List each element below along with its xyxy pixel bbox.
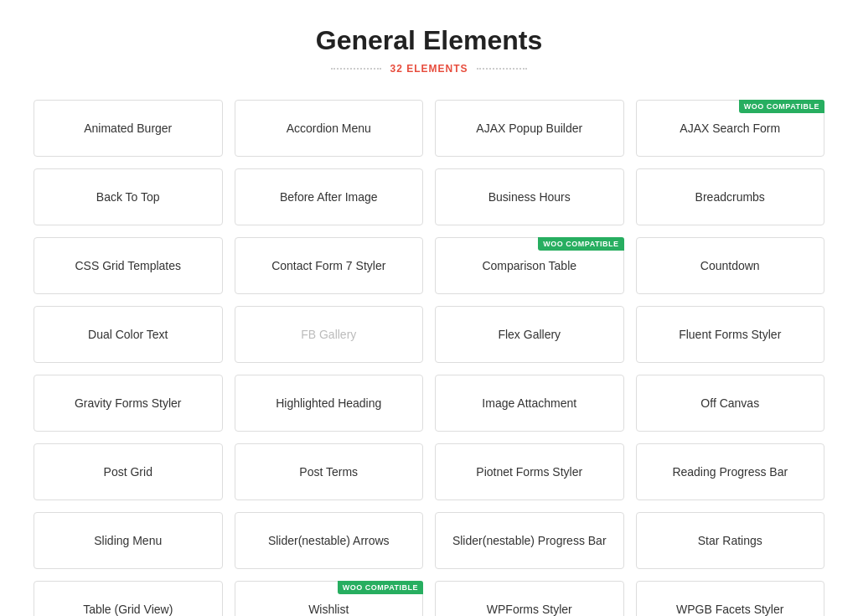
card-label-wishlist: Wishlist [308, 603, 349, 616]
card-wpgb-facets-styler[interactable]: WPGB Facets Styler [636, 581, 825, 616]
card-highlighted-heading[interactable]: Highlighted Heading [235, 375, 424, 432]
card-label-dual-color-text: Dual Color Text [88, 328, 168, 341]
card-label-post-terms: Post Terms [299, 465, 358, 479]
page-title: General Elements [34, 25, 824, 56]
card-label-piotnet-forms-styler: Piotnet Forms Styler [476, 465, 582, 479]
card-table-grid-view[interactable]: Table (Grid View) [34, 581, 223, 616]
card-label-breadcrumbs: Breadcrumbs [695, 190, 765, 204]
card-flex-gallery[interactable]: Flex Gallery [435, 306, 624, 363]
card-ajax-popup-builder[interactable]: AJAX Popup Builder [435, 100, 624, 157]
card-animated-burger[interactable]: Animated Burger [34, 100, 223, 157]
card-label-accordion-menu: Accordion Menu [287, 122, 371, 135]
card-label-wpgb-facets-styler: WPGB Facets Styler [676, 603, 783, 616]
card-before-after-image[interactable]: Before After Image [235, 168, 424, 225]
card-label-contact-form-7-styler: Contact Form 7 Styler [271, 259, 385, 272]
card-reading-progress-bar[interactable]: Reading Progress Bar [636, 443, 825, 500]
subtitle-row: 32 ELEMENTS [34, 63, 824, 75]
woo-badge-comparison-table: WOO COMPATIBLE [538, 237, 623, 251]
card-label-flex-gallery: Flex Gallery [498, 328, 561, 341]
card-countdown[interactable]: Countdown [636, 237, 825, 294]
woo-badge-ajax-search-form: WOO COMPATIBLE [739, 100, 824, 113]
page-header: General Elements 32 ELEMENTS [34, 25, 824, 75]
card-sliding-menu[interactable]: Sliding Menu [34, 512, 223, 569]
card-label-before-after-image: Before After Image [280, 190, 378, 204]
card-breadcrumbs[interactable]: Breadcrumbs [636, 168, 825, 225]
card-label-table-grid-view: Table (Grid View) [83, 603, 173, 616]
card-label-reading-progress-bar: Reading Progress Bar [672, 465, 788, 479]
card-slider-nestable-progress-bar[interactable]: Slider(nestable) Progress Bar [435, 512, 624, 569]
card-label-css-grid-templates: CSS Grid Templates [75, 259, 181, 272]
card-label-fluent-forms-styler: Fluent Forms Styler [679, 328, 781, 341]
card-label-business-hours: Business Hours [488, 190, 571, 204]
card-fb-gallery[interactable]: FB Gallery [235, 306, 424, 363]
card-dual-color-text[interactable]: Dual Color Text [34, 306, 223, 363]
card-post-terms[interactable]: Post Terms [235, 443, 424, 500]
card-label-back-to-top: Back To Top [96, 190, 160, 204]
card-accordion-menu[interactable]: Accordion Menu [235, 100, 424, 157]
card-business-hours[interactable]: Business Hours [435, 168, 624, 225]
elements-grid: Animated BurgerAccordion MenuAJAX Popup … [34, 100, 824, 616]
card-label-ajax-popup-builder: AJAX Popup Builder [476, 122, 582, 135]
card-label-wpforms-styler: WPForms Styler [487, 603, 572, 616]
card-wpforms-styler[interactable]: WPForms Styler [435, 581, 624, 616]
card-label-highlighted-heading: Highlighted Heading [276, 396, 381, 410]
card-slider-nestable-arrows[interactable]: Slider(nestable) Arrows [235, 512, 424, 569]
card-ajax-search-form[interactable]: WOO COMPATIBLEAJAX Search Form [636, 100, 825, 157]
woo-badge-wishlist: WOO COMPATIBLE [338, 581, 423, 594]
elements-count: 32 ELEMENTS [390, 63, 468, 75]
card-label-ajax-search-form: AJAX Search Form [680, 122, 780, 135]
subtitle-line-right [477, 68, 527, 70]
card-label-gravity-forms-styler: Gravity Forms Styler [75, 396, 182, 410]
card-star-ratings[interactable]: Star Ratings [636, 512, 825, 569]
card-image-attachment[interactable]: Image Attachment [435, 375, 624, 432]
card-contact-form-7-styler[interactable]: Contact Form 7 Styler [235, 237, 424, 294]
card-label-fb-gallery: FB Gallery [301, 328, 356, 341]
card-gravity-forms-styler[interactable]: Gravity Forms Styler [34, 375, 223, 432]
card-label-sliding-menu: Sliding Menu [94, 534, 162, 547]
card-label-off-canvas: Off Canvas [700, 396, 759, 410]
card-label-image-attachment: Image Attachment [482, 396, 576, 410]
card-back-to-top[interactable]: Back To Top [34, 168, 223, 225]
card-label-slider-nestable-progress-bar: Slider(nestable) Progress Bar [452, 534, 607, 547]
card-label-countdown: Countdown [700, 259, 760, 272]
card-label-post-grid: Post Grid [104, 465, 152, 479]
subtitle-line-left [331, 68, 381, 70]
card-label-comparison-table: Comparison Table [482, 259, 576, 272]
card-label-star-ratings: Star Ratings [698, 534, 762, 547]
card-wishlist[interactable]: WOO COMPATIBLEWishlist [235, 581, 424, 616]
card-off-canvas[interactable]: Off Canvas [636, 375, 825, 432]
card-fluent-forms-styler[interactable]: Fluent Forms Styler [636, 306, 825, 363]
card-piotnet-forms-styler[interactable]: Piotnet Forms Styler [435, 443, 624, 500]
card-post-grid[interactable]: Post Grid [34, 443, 223, 500]
card-comparison-table[interactable]: WOO COMPATIBLEComparison Table [435, 237, 624, 294]
card-label-animated-burger: Animated Burger [84, 122, 172, 135]
card-label-slider-nestable-arrows: Slider(nestable) Arrows [268, 534, 390, 547]
card-css-grid-templates[interactable]: CSS Grid Templates [34, 237, 223, 294]
